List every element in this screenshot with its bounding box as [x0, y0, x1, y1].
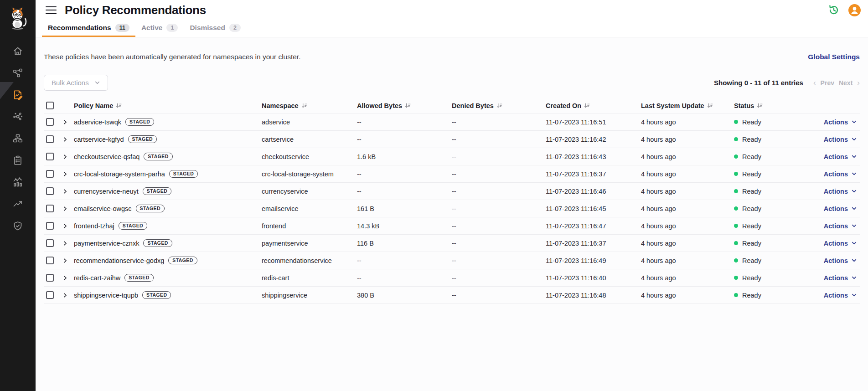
bulk-actions-button[interactable]: Bulk Actions — [44, 75, 108, 91]
row-checkbox[interactable] — [46, 118, 54, 126]
sidebar-item-audit-log[interactable] — [0, 149, 36, 171]
next-chevron-icon[interactable]: › — [857, 78, 860, 87]
status-label: Ready — [742, 257, 761, 264]
actions-button[interactable]: Actions — [824, 170, 857, 178]
policy-name-link[interactable]: crc-local-storage-system-parha — [74, 170, 165, 178]
column-header-namespace[interactable]: Namespace — [262, 102, 357, 109]
column-header-policy-name[interactable]: Policy Name — [74, 102, 262, 109]
namespace-cell: adservice — [262, 118, 357, 126]
chevron-down-icon — [851, 171, 857, 177]
sort-icon[interactable] — [707, 103, 713, 108]
expand-chevron-icon[interactable] — [62, 275, 68, 281]
status-label: Ready — [742, 188, 761, 195]
tab-active[interactable]: Active 1 — [135, 20, 184, 37]
actions-button[interactable]: Actions — [824, 292, 857, 299]
expand-chevron-icon[interactable] — [62, 240, 68, 247]
row-checkbox[interactable] — [46, 135, 54, 143]
policy-name-link[interactable]: emailservice-owgsc — [74, 205, 132, 212]
column-header-allowed-bytes[interactable]: Allowed Bytes — [357, 102, 452, 109]
policy-name-link[interactable]: paymentservice-cznxk — [74, 240, 139, 247]
select-all-checkbox[interactable] — [46, 102, 54, 109]
status-dot — [734, 241, 738, 245]
row-checkbox[interactable] — [46, 153, 54, 160]
column-header-status[interactable]: Status — [734, 102, 802, 109]
expand-chevron-icon[interactable] — [62, 206, 68, 212]
actions-button[interactable]: Actions — [824, 240, 857, 247]
staged-badge: STAGED — [169, 170, 198, 178]
policy-name-link[interactable]: redis-cart-zaihw — [74, 274, 120, 282]
actions-button[interactable]: Actions — [824, 274, 857, 282]
allowed-bytes-cell: 161 B — [357, 205, 452, 212]
policy-name-link[interactable]: shippingservice-tqupb — [74, 292, 138, 299]
sort-icon[interactable] — [301, 103, 307, 108]
sidebar-item-access-graph[interactable] — [0, 106, 36, 128]
column-header-last-system-update[interactable]: Last System Update — [641, 102, 734, 109]
row-checkbox[interactable] — [46, 222, 54, 230]
namespace-cell: paymentservice — [262, 240, 357, 247]
expand-chevron-icon[interactable] — [62, 171, 68, 177]
row-checkbox[interactable] — [46, 205, 54, 212]
sidebar-item-trends[interactable] — [0, 193, 36, 215]
global-settings-link[interactable]: Global Settings — [808, 53, 860, 61]
sidebar-item-network-map[interactable] — [0, 128, 36, 149]
actions-button[interactable]: Actions — [824, 222, 857, 230]
row-checkbox[interactable] — [46, 291, 54, 299]
sort-icon[interactable] — [116, 103, 122, 108]
expand-chevron-icon[interactable] — [62, 223, 68, 229]
policy-name-link[interactable]: currencyservice-neuyt — [74, 188, 139, 195]
actions-button[interactable]: Actions — [824, 118, 857, 126]
actions-button[interactable]: Actions — [824, 257, 857, 264]
column-header-created-on[interactable]: Created On — [546, 102, 641, 109]
last-system-update-cell: 4 hours ago — [641, 118, 734, 126]
row-checkbox[interactable] — [46, 239, 54, 247]
row-checkbox[interactable] — [46, 187, 54, 195]
policy-name-link[interactable]: cartservice-kgfyd — [74, 136, 124, 143]
tab-dismissed[interactable]: Dismissed 2 — [184, 20, 247, 37]
sort-icon[interactable] — [405, 103, 411, 108]
policy-name-link[interactable]: adservice-tswqk — [74, 118, 121, 126]
expand-chevron-icon[interactable] — [62, 292, 68, 298]
sort-icon[interactable] — [584, 103, 590, 108]
column-header-denied-bytes[interactable]: Denied Bytes — [452, 102, 546, 109]
actions-button[interactable]: Actions — [824, 153, 857, 160]
expand-chevron-icon[interactable] — [62, 188, 68, 195]
tab-recommendations[interactable]: Recommendations 11 — [42, 20, 135, 37]
history-icon[interactable] — [827, 4, 840, 16]
expand-chevron-icon[interactable] — [62, 257, 68, 264]
actions-button[interactable]: Actions — [824, 188, 857, 195]
status-dot — [734, 189, 738, 193]
actions-button[interactable]: Actions — [824, 136, 857, 143]
prev-chevron-icon[interactable]: ‹ — [813, 78, 816, 87]
allowed-bytes-cell: 380 B — [357, 292, 452, 299]
hamburger-menu-icon[interactable] — [46, 6, 57, 14]
staged-badge: STAGED — [168, 257, 197, 265]
policy-name-link[interactable]: checkoutservice-qsfaq — [74, 153, 140, 160]
next-button[interactable]: Next — [839, 79, 852, 87]
prev-button[interactable]: Prev — [821, 79, 834, 87]
status-label: Ready — [742, 274, 761, 282]
row-checkbox[interactable] — [46, 274, 54, 282]
sidebar-item-topology[interactable] — [0, 62, 36, 84]
expand-chevron-icon[interactable] — [62, 119, 68, 125]
row-checkbox[interactable] — [46, 170, 54, 178]
sort-icon[interactable] — [757, 103, 763, 108]
sidebar-item-policy-recommendations[interactable] — [0, 84, 36, 106]
last-system-update-cell: 4 hours ago — [641, 170, 734, 178]
expand-chevron-icon[interactable] — [62, 154, 68, 160]
policy-name-link[interactable]: recommendationservice-godxg — [74, 257, 164, 264]
app-logo[interactable] — [0, 0, 36, 36]
actions-button[interactable]: Actions — [824, 205, 857, 212]
row-checkbox[interactable] — [46, 257, 54, 264]
sort-icon[interactable] — [496, 103, 502, 108]
expand-chevron-icon[interactable] — [62, 136, 68, 143]
chevron-down-icon — [851, 136, 857, 142]
sidebar-item-home[interactable] — [0, 40, 36, 62]
bar-chart-line-icon — [12, 177, 23, 188]
tab-count-badge: 1 — [166, 24, 178, 32]
policy-name-link[interactable]: frontend-tzhaj — [74, 222, 114, 230]
sidebar-item-security[interactable] — [0, 215, 36, 237]
sidebar-item-metrics[interactable] — [0, 171, 36, 193]
status-dot — [734, 258, 738, 262]
status-dot — [734, 293, 738, 297]
user-avatar-icon[interactable] — [848, 4, 861, 16]
